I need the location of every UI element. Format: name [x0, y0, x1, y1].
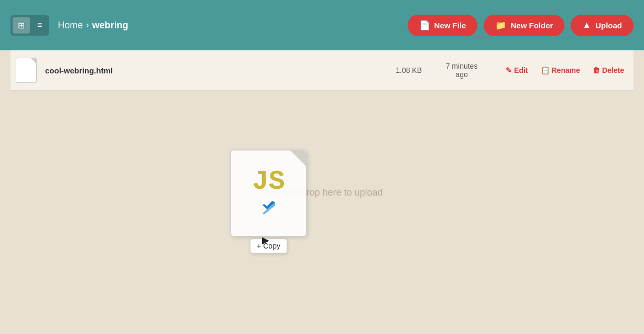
table-row: cool-webring.html 1.08 KB 7 minutes ago …: [10, 50, 634, 91]
new-file-icon: 📄: [419, 20, 430, 31]
upload-icon: ▲: [582, 20, 591, 30]
new-folder-label: New Folder: [510, 21, 553, 30]
toolbar-actions: 📄 New File 📁 New Folder ▲ Upload: [408, 15, 634, 36]
delete-icon: 🗑: [593, 66, 600, 74]
breadcrumb-home[interactable]: Home: [58, 20, 83, 31]
delete-label: Delete: [602, 66, 624, 74]
edit-icon: ✎: [506, 66, 512, 74]
delete-button[interactable]: 🗑 Delete: [588, 64, 628, 77]
grid-icon: ⊞: [18, 20, 25, 30]
breadcrumb: Home › webring: [58, 20, 399, 31]
js-file-icon: JS: [231, 150, 307, 236]
file-area: cool-webring.html 1.08 KB 7 minutes ago …: [0, 50, 644, 334]
toolbar: ⊞ ≡ Home › webring 📄 New File 📁 New Fold…: [0, 0, 644, 50]
grid-view-button[interactable]: ⊞: [13, 17, 30, 34]
cursor-icon: ▶: [262, 234, 269, 246]
file-actions: ✎ Edit 📋 Rename 🗑 Delete: [501, 64, 628, 77]
list-icon: ≡: [37, 20, 42, 30]
edit-button[interactable]: ✎ Edit: [501, 64, 532, 77]
file-modified-line2: ago: [455, 70, 467, 79]
file-modified: 7 minutes ago: [430, 62, 493, 79]
breadcrumb-current: webring: [92, 20, 128, 31]
upload-label: Upload: [595, 21, 622, 30]
new-file-label: New File: [434, 21, 466, 30]
rename-button[interactable]: 📋 Rename: [537, 64, 584, 77]
file-type-icon: [16, 58, 37, 83]
upload-button[interactable]: ▲ Upload: [571, 15, 634, 36]
file-modified-line1: 7 minutes: [446, 62, 478, 70]
list-view-button[interactable]: ≡: [32, 17, 47, 34]
new-folder-icon: 📁: [495, 20, 506, 31]
breadcrumb-chevron: ›: [86, 20, 89, 30]
new-file-button[interactable]: 📄 New File: [408, 15, 478, 36]
vscode-icon: [261, 200, 276, 218]
edit-label: Edit: [514, 66, 528, 74]
view-toggle: ⊞ ≡: [10, 15, 49, 36]
copy-plus: +: [257, 242, 261, 250]
js-label: JS: [252, 168, 285, 196]
rename-label: Rename: [552, 66, 580, 74]
file-size: 1.08 KB: [369, 66, 422, 74]
new-folder-button[interactable]: 📁 New Folder: [484, 15, 564, 36]
rename-icon: 📋: [541, 66, 550, 74]
drag-preview: JS ▶ + Copy: [231, 150, 307, 253]
file-name: cool-webring.html: [45, 66, 361, 75]
